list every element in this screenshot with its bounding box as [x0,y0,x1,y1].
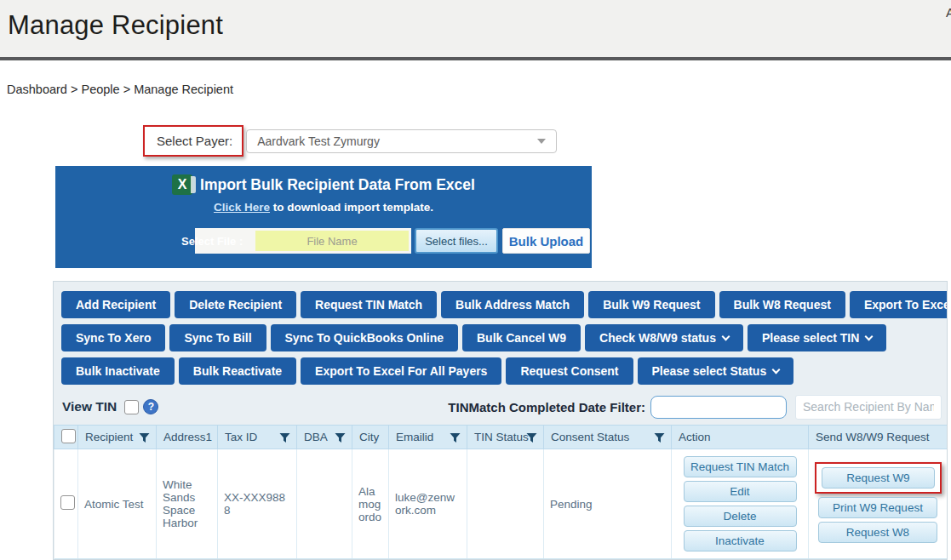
please-select-status-label: Please select Status [652,364,767,378]
col-consent-status: Consent Status [544,426,672,449]
cell-address1: White Sands Space Harbor [157,449,218,559]
row-request-w9-button[interactable]: Request W9 [822,467,935,489]
row-edit-button[interactable]: Edit [684,481,797,502]
col-tin-status-label: TIN Status [474,431,529,443]
row-request-w8-button[interactable]: Request W8 [818,522,937,543]
view-tin-label: View TIN [62,399,117,414]
col-dba-label: DBA [304,431,328,443]
bulk-w8-request-button[interactable]: Bulk W8 Request [719,291,845,318]
sync-to-xero-button[interactable]: Sync To Xero [61,324,165,351]
cell-send-w8-w9: Request W9 Print W9 Request Request W8 [809,449,948,559]
chevron-down-icon [772,365,781,374]
row-checkbox[interactable] [60,495,75,510]
col-action-label: Action [679,431,711,443]
col-dba: DBA [297,426,352,449]
col-tin-status: TIN Status [467,426,544,449]
col-address1-label: Address1 [163,431,212,443]
page-title: Manage Recipient [8,10,223,41]
row-select-cell [54,449,78,559]
bulk-inactivate-button[interactable]: Bulk Inactivate [61,357,175,385]
cell-recipient: Atomic Test [78,449,157,559]
col-recipient: Recipient [78,426,157,449]
sync-to-quickbooks-button[interactable]: Sync To QuickBooks Online [271,324,458,351]
file-name-input[interactable] [255,231,409,251]
please-select-tin-label: Please select TIN [762,331,859,345]
breadcrumb[interactable]: Dashboard > People > Manage Recipient [7,83,233,96]
request-consent-button[interactable]: Request Consent [506,357,633,385]
import-banner: X Import Bulk Recipient Data From Excel … [55,166,592,268]
row-delete-button[interactable]: Delete [684,506,797,527]
col-address1: Address1 [157,426,218,449]
export-to-excel-button[interactable]: Export To Excel [850,291,948,318]
col-city: City [352,426,389,449]
request-w9-highlight-box: Request W9 [815,462,942,494]
bulk-w9-request-button[interactable]: Bulk W9 Request [588,291,714,318]
excel-icon: X [172,174,192,195]
toolbar-row-2: Sync To Xero Sync To Bill Sync To QuickB… [61,324,947,351]
select-payer-row: Select Payer: Aardvark Test Zymurgy [143,125,557,157]
col-send-w8-w9-label: Send W8/W9 Request [816,431,930,443]
filter-bar: View TIN ? TINMatch Completed Date Filte… [62,394,942,420]
col-city-label: City [359,431,379,443]
delete-recipient-button[interactable]: Delete Recipient [175,291,296,318]
select-all-checkbox[interactable] [61,429,76,443]
cell-action: Request TIN Match Edit Delete Inactivate [672,449,809,559]
help-icon[interactable]: ? [143,399,158,414]
cell-tin-status [467,449,544,559]
cell-city: Alamogordo [352,449,389,559]
check-w8-w9-status-label: Check W8/W9 status [599,331,716,345]
template-download-line: Click Here to download import template. [55,201,592,214]
add-recipient-button[interactable]: Add Recipient [61,291,170,318]
check-w8-w9-status-dropdown[interactable]: Check W8/W9 status [585,324,743,351]
filter-funnel-icon[interactable] [335,432,346,446]
filter-funnel-icon[interactable] [526,432,537,446]
toolbar-row-3: Bulk Inactivate Bulk Reactivate Export T… [61,357,947,385]
payer-dropdown-value: Aardvark Test Zymurgy [257,134,380,148]
filter-funnel-icon[interactable] [654,432,665,446]
row-print-w9-request-button[interactable]: Print W9 Request [818,497,937,518]
col-recipient-label: Recipient [85,431,133,443]
col-emailid: Emailid [389,426,467,449]
table-row: Atomic Test White Sands Space Harbor XX-… [54,449,948,559]
col-tax-id: Tax ID [218,426,297,449]
bulk-upload-button[interactable]: Bulk Upload [502,228,590,254]
request-tin-match-button[interactable]: Request TIN Match [301,291,437,318]
select-payer-label: Select Payer: [143,125,243,157]
view-tin-checkbox[interactable] [124,400,139,414]
export-excel-all-payers-button[interactable]: Export To Excel For All Payers [301,357,501,385]
select-file-label: Select File : [181,235,243,248]
bulk-reactivate-button[interactable]: Bulk Reactivate [179,357,296,385]
bulk-cancel-w9-button[interactable]: Bulk Cancel W9 [462,324,581,351]
filter-funnel-icon[interactable] [139,432,150,446]
select-all-header-cell [54,426,78,449]
table-header-row: Recipient Address1 Tax ID DBA City [54,426,948,449]
please-select-status-dropdown[interactable]: Please select Status [638,357,794,385]
col-send-w8-w9: Send W8/W9 Request [809,426,948,449]
row-inactivate-button[interactable]: Inactivate [684,530,797,551]
filter-funnel-icon[interactable] [450,432,461,446]
tinmatch-date-filter-label: TINMatch Completed Date Filter: [448,400,645,414]
row-request-tin-match-button[interactable]: Request TIN Match [684,456,797,477]
col-emailid-label: Emailid [396,431,433,443]
click-here-link[interactable]: Click Here [214,201,270,214]
tinmatch-date-filter-input[interactable] [650,396,787,419]
cell-dba [297,449,352,559]
col-action: Action [672,426,809,449]
sync-to-bill-button[interactable]: Sync To Bill [169,324,266,351]
download-template-text: to download import template. [270,201,433,214]
bulk-address-match-button[interactable]: Bulk Address Match [441,291,584,318]
payer-dropdown[interactable]: Aardvark Test Zymurgy [246,129,557,153]
filter-funnel-icon[interactable] [279,432,290,446]
please-select-tin-dropdown[interactable]: Please select TIN [748,324,886,351]
cell-consent-status: Pending [544,449,672,559]
search-recipient-input[interactable] [795,395,942,420]
chevron-down-icon [865,332,874,340]
recipient-panel: Add Recipient Delete Recipient Request T… [53,281,948,560]
app-header: Manage Recipient A ( [0,0,951,60]
clipped-header-text: A [946,5,951,20]
col-consent-status-label: Consent Status [551,431,629,443]
select-files-button[interactable]: Select files... [415,228,498,254]
chevron-down-icon [722,332,730,340]
toolbar-row-1: Add Recipient Delete Recipient Request T… [61,291,947,318]
cell-tax-id: XX-XXX9888 [218,449,297,559]
